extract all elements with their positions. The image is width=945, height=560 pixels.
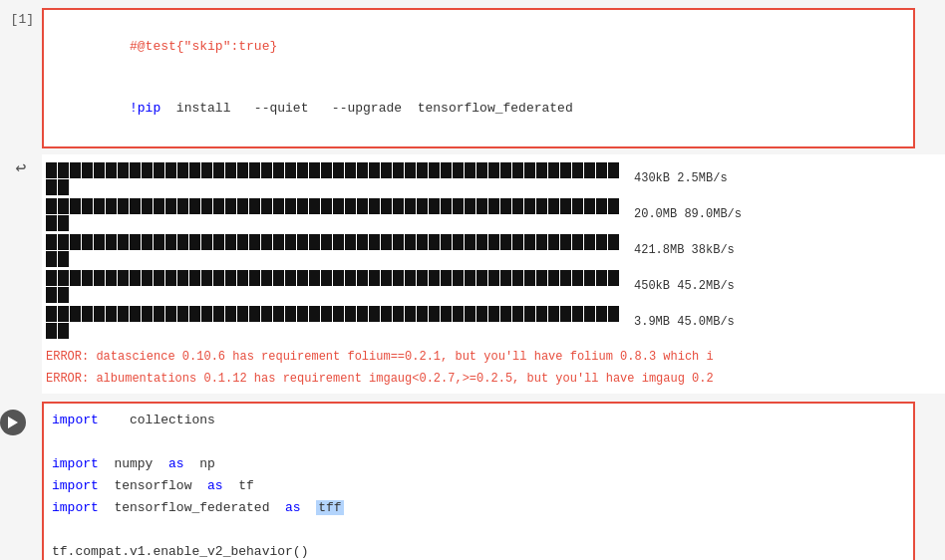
output-icon: ↩ (0, 154, 42, 178)
progress-row-4: 450kB 45.2MB/s (46, 270, 945, 303)
code-line-1: #@test{"skip":true} (52, 16, 905, 78)
code-line-import-tff: import tensorflow_federated as tff (52, 497, 905, 519)
code-line-import-numpy: import numpy as np (52, 453, 905, 475)
progress-label-1: 430kB 2.5MB/s (634, 171, 728, 185)
cell-1-input[interactable]: #@test{"skip":true} !pip install --quiet… (42, 8, 915, 148)
progress-row-1: 430kB 2.5MB/s (46, 162, 945, 195)
progress-row-5: 3.9MB 45.0MB/s (46, 306, 945, 339)
progress-bar-1 (46, 162, 624, 195)
cell-2-wrapper: import collections import numpy as np im… (0, 402, 945, 560)
kw-as-2: as (207, 478, 223, 493)
code-line-2: !pip install --quiet --upgrade tensorflo… (52, 78, 905, 140)
progress-section: 430kB 2.5MB/s 20.0MB 89.0MB/s 421.8MB 38… (46, 158, 945, 346)
code-line-compat: tf.compat.v1.enable_v2_behavior() (52, 541, 905, 560)
progress-bar-5 (46, 306, 624, 339)
kw-pip: !pip (130, 101, 160, 116)
progress-label-3: 421.8MB 38kB/s (634, 243, 735, 257)
code-line-import-collections: import collections (52, 410, 905, 431)
pb (46, 162, 57, 178)
output-content-1: 430kB 2.5MB/s 20.0MB 89.0MB/s 421.8MB 38… (42, 154, 945, 394)
notebook: [1] #@test{"skip":true} !pip install --q… (0, 0, 945, 560)
cell-2-icon (0, 402, 42, 435)
kw-import-1: import (52, 413, 99, 427)
progress-label-2: 20.0MB 89.0MB/s (634, 207, 742, 221)
progress-label-4: 450kB 45.2MB/s (634, 279, 735, 293)
cell-1-output: ↩ 430kB 2.5MB/s 20.0MB 89.0MB/s (0, 154, 945, 394)
blank-1 (52, 431, 905, 453)
kw-import-4: import (52, 500, 99, 515)
kw-import-3: import (52, 478, 99, 493)
kw-import-2: import (52, 456, 99, 471)
cell-1-number: [1] (0, 8, 42, 27)
progress-row-3: 421.8MB 38kB/s (46, 234, 945, 267)
kw-as-3: as (285, 500, 301, 515)
play-icon (8, 417, 18, 428)
cell-2-content: import collections import numpy as np im… (42, 402, 945, 560)
cell-1-wrapper: [1] #@test{"skip":true} !pip install --q… (0, 8, 945, 148)
tff-highlight: tff (316, 500, 343, 515)
redirect-icon: ↩ (16, 158, 27, 178)
blank-2 (52, 519, 905, 541)
progress-bar-4 (46, 270, 624, 303)
progress-bar-2 (46, 198, 624, 231)
error-line-1: ERROR: datascience 0.10.6 has requiremen… (46, 346, 945, 368)
run-button[interactable] (0, 410, 26, 435)
code-line-import-tf: import tensorflow as tf (52, 475, 905, 497)
cell-1-content: #@test{"skip":true} !pip install --quiet… (42, 8, 945, 148)
progress-label-5: 3.9MB 45.0MB/s (634, 315, 735, 329)
cell-2-input[interactable]: import collections import numpy as np im… (42, 402, 915, 560)
error-line-2: ERROR: albumentations 0.1.12 has require… (46, 368, 945, 390)
kw-as-1: as (168, 456, 184, 471)
comment-skip: #@test{"skip":true} (130, 39, 277, 54)
progress-bar-3 (46, 234, 624, 267)
progress-row-2: 20.0MB 89.0MB/s (46, 198, 945, 231)
svg-marker-0 (8, 417, 18, 428)
